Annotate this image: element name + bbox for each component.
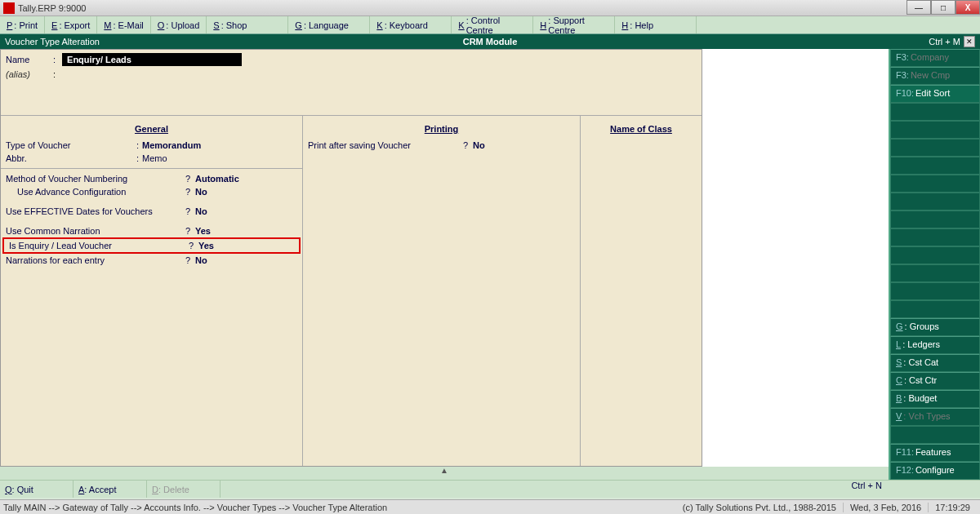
- printing-column: Printing Print after saving Voucher?No: [303, 116, 581, 466]
- cst-cat-button[interactable]: S: Cst Cat: [890, 354, 980, 372]
- right-panel: F3:Company F3:New Cmp F10:Edit Sort G: G…: [889, 49, 980, 480]
- company-button: F3:Company: [890, 49, 980, 67]
- scroll-up-icon[interactable]: ▲: [440, 466, 448, 475]
- main-toolbar: P: Print E: Export M: E-Mail O: Upload S…: [0, 16, 980, 34]
- alias-value: :: [53, 69, 56, 79]
- status-date: Wed, 3 Feb, 2016: [844, 503, 929, 512]
- screen-title: Voucher Type Alteration: [5, 37, 100, 47]
- type-label: Type of Voucher: [6, 140, 136, 150]
- effdate-value[interactable]: No: [195, 206, 207, 216]
- breadcrumb: Tally MAIN --> Gateway of Tally --> Acco…: [3, 503, 387, 512]
- print-label: Print after saving Voucher: [308, 140, 463, 150]
- configure-button[interactable]: F12:Configure: [890, 462, 980, 480]
- effdate-label: Use EFFECTIVE Dates for Vouchers: [6, 206, 185, 216]
- help-menu[interactable]: H: Help: [615, 16, 697, 33]
- quit-button[interactable]: Q: Quit: [0, 481, 74, 498]
- method-label: Method of Voucher Numbering: [6, 174, 185, 184]
- right-whitespace: [702, 49, 889, 467]
- vch-types-button: V: Vch Types: [890, 408, 980, 426]
- upload-menu[interactable]: O: Upload: [151, 16, 207, 33]
- new-cmp-button: F3:New Cmp: [890, 67, 980, 85]
- method-value[interactable]: Automatic: [195, 174, 239, 184]
- accept-button[interactable]: A: Accept: [74, 481, 147, 498]
- narr-label: Narrations for each entry: [6, 255, 185, 265]
- ledgers-button[interactable]: L: Ledgers: [890, 336, 980, 354]
- support-centre-menu[interactable]: H: Support Centre: [533, 16, 615, 33]
- ctrl-n-hint: Ctrl + N: [851, 481, 882, 490]
- bottom-toolbar: Q: Quit A: Accept D: Delete Ctrl + N: [0, 480, 980, 498]
- shortcut-hint: Ctrl + M: [929, 37, 960, 47]
- titlebar: Tally.ERP 9:9000 — □ X: [0, 0, 980, 16]
- minimize-button[interactable]: —: [906, 0, 931, 15]
- enquiry-label: Is Enquiry / Lead Voucher: [9, 241, 189, 250]
- advcfg-label: Use Advance Configuration: [6, 187, 185, 197]
- voucher-form: Name : Enquiry/ Leads (alias) : General …: [0, 49, 702, 467]
- narr-value[interactable]: No: [195, 255, 207, 265]
- panel-close-icon[interactable]: ✕: [964, 36, 975, 47]
- print-menu[interactable]: P: Print: [0, 16, 45, 33]
- printing-heading: Printing: [303, 119, 580, 139]
- keyboard-menu[interactable]: K: Keyboard: [370, 16, 452, 33]
- screen-header: Voucher Type Alteration CRM Module Ctrl …: [0, 34, 980, 49]
- main-area: Name : Enquiry/ Leads (alias) : General …: [0, 49, 980, 480]
- name-label: Name: [6, 55, 47, 64]
- advcfg-value[interactable]: No: [195, 187, 207, 197]
- app-title: Tally.ERP 9:9000: [18, 3, 86, 13]
- enquiry-highlight: Is Enquiry / Lead Voucher?Yes: [2, 237, 301, 254]
- control-centre-menu[interactable]: K: Control Centre: [452, 16, 533, 33]
- export-menu[interactable]: E: Export: [45, 16, 97, 33]
- shop-menu[interactable]: S: Shop: [207, 16, 288, 33]
- common-value[interactable]: Yes: [195, 226, 211, 236]
- edit-sort-button[interactable]: F10:Edit Sort: [890, 85, 980, 103]
- print-value[interactable]: No: [473, 140, 485, 150]
- maximize-button[interactable]: □: [931, 0, 956, 15]
- email-menu[interactable]: M: E-Mail: [97, 16, 150, 33]
- name-field[interactable]: Enquiry/ Leads: [62, 53, 242, 66]
- abbr-label: Abbr.: [6, 153, 136, 163]
- app-icon: [3, 2, 15, 14]
- copyright: (c) Tally Solutions Pvt. Ltd., 1988-2015: [676, 503, 844, 512]
- budget-button[interactable]: B: Budget: [890, 390, 980, 408]
- close-button[interactable]: X: [956, 0, 980, 15]
- general-heading: General: [1, 119, 302, 139]
- type-value[interactable]: Memorandum: [142, 140, 201, 150]
- statusbar: Tally MAIN --> Gateway of Tally --> Acco…: [0, 499, 980, 514]
- enquiry-value[interactable]: Yes: [198, 241, 214, 250]
- general-column: General Type of Voucher:Memorandum Abbr.…: [1, 116, 303, 466]
- language-menu[interactable]: G: Language: [288, 16, 370, 33]
- delete-button: D: Delete: [147, 481, 220, 498]
- class-heading: Name of Class: [581, 119, 702, 139]
- features-button[interactable]: F11:Features: [890, 444, 980, 462]
- class-column: Name of Class: [581, 116, 702, 466]
- common-label: Use Common Narration: [6, 226, 185, 236]
- cst-ctr-button[interactable]: C: Cst Ctr: [890, 372, 980, 390]
- groups-button[interactable]: G: Groups: [890, 318, 980, 336]
- status-time: 17:19:29: [929, 503, 977, 512]
- abbr-value[interactable]: Memo: [142, 153, 167, 163]
- alias-label: (alias): [6, 69, 47, 79]
- content: Name : Enquiry/ Leads (alias) : General …: [0, 49, 889, 480]
- window-controls: — □ X: [906, 0, 980, 15]
- module-name: CRM Module: [463, 37, 518, 47]
